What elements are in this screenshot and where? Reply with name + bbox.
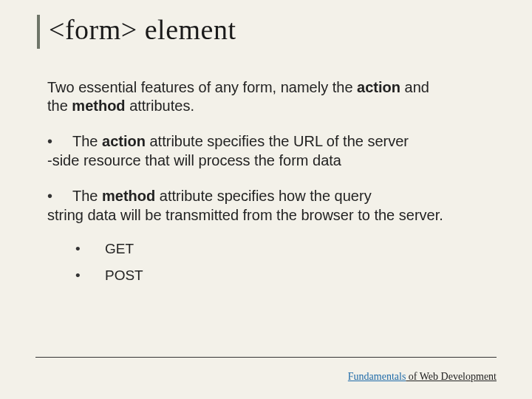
text: The (72, 188, 102, 204)
bullet-icon: • (47, 186, 72, 205)
text: The action attribute specifies the URL o… (72, 132, 409, 151)
text: string data will be transmitted from the… (47, 205, 446, 225)
sub-list: • GET • POST (47, 241, 497, 284)
bullet-item-method: • The method attribute specifies how the… (47, 186, 446, 225)
text: The (72, 133, 102, 149)
sub-item-post: • POST (75, 267, 497, 284)
text: attribute specifies how the query (155, 188, 371, 204)
footer-text: of Web Development (406, 371, 497, 382)
bullet-icon: • (75, 241, 105, 257)
text: attribute specifies the URL of the serve… (146, 133, 409, 149)
sub-item-get: • GET (75, 241, 497, 257)
bold-action: action (102, 133, 146, 149)
sub-item-label: POST (105, 267, 143, 284)
sub-item-label: GET (105, 241, 134, 257)
slide-title: <form> element (49, 13, 497, 46)
bold-method: method (102, 188, 155, 204)
text: Two essential features of any form, name… (47, 79, 357, 95)
bullet-item-action: • The action attribute specifies the URL… (47, 132, 446, 170)
divider (35, 357, 497, 358)
title-accent-bar: <form> element (47, 13, 497, 46)
slide: <form> element Two essential features of… (0, 0, 532, 399)
footer-brand: Fundamentals (348, 371, 406, 382)
footer: Fundamentals of Web Development (348, 371, 497, 383)
bold-method: method (72, 98, 125, 114)
bullet-icon: • (47, 132, 72, 151)
bullet-icon: • (75, 267, 105, 284)
bold-action: action (357, 79, 400, 95)
text: The method attribute specifies how the q… (72, 186, 372, 205)
text: attributes. (126, 98, 194, 114)
intro-paragraph: Two essential features of any form, name… (47, 78, 432, 115)
text: -side resource that will process the for… (47, 151, 446, 170)
